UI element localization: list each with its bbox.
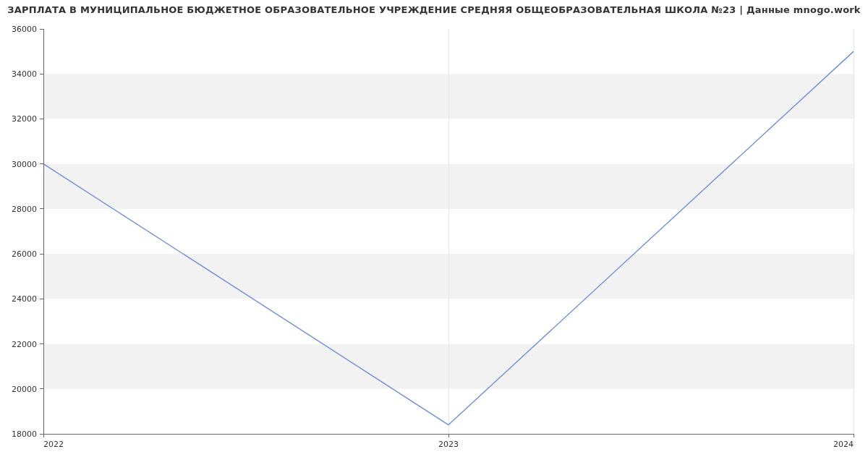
svg-text:26000: 26000	[12, 249, 37, 259]
svg-text:18000: 18000	[12, 430, 37, 439]
chart-title: ЗАРПЛАТА В МУНИЦИПАЛЬНОЕ БЮДЖЕТНОЕ ОБРАЗ…	[0, 4, 868, 15]
svg-text:36000: 36000	[12, 25, 37, 34]
svg-text:2024: 2024	[833, 440, 854, 449]
svg-text:32000: 32000	[12, 114, 37, 124]
svg-text:28000: 28000	[12, 205, 37, 214]
svg-text:2023: 2023	[438, 440, 459, 449]
svg-text:20000: 20000	[12, 385, 37, 394]
svg-text:22000: 22000	[12, 340, 37, 349]
plot-area: 1800020000220002400026000280003000032000…	[43, 29, 854, 434]
salary-chart: ЗАРПЛАТА В МУНИЦИПАЛЬНОЕ БЮДЖЕТНОЕ ОБРАЗ…	[0, 0, 868, 470]
svg-text:24000: 24000	[12, 294, 37, 304]
chart-svg: 1800020000220002400026000280003000032000…	[43, 29, 854, 434]
svg-text:2022: 2022	[43, 440, 64, 449]
svg-text:34000: 34000	[12, 69, 37, 79]
svg-text:30000: 30000	[12, 160, 37, 169]
